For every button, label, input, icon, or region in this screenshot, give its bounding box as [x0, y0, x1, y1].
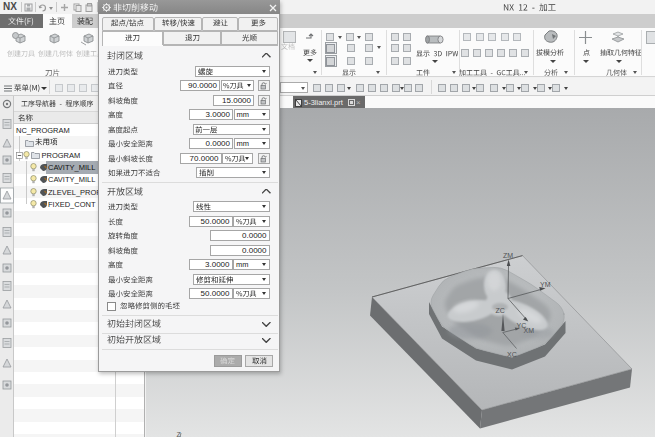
- svg-text:ZM: ZM: [503, 252, 513, 259]
- svg-text:YC: YC: [517, 322, 527, 329]
- svg-text:XC: XC: [507, 351, 517, 358]
- svg-text:YM: YM: [540, 281, 551, 288]
- svg-text:ZC: ZC: [496, 307, 505, 314]
